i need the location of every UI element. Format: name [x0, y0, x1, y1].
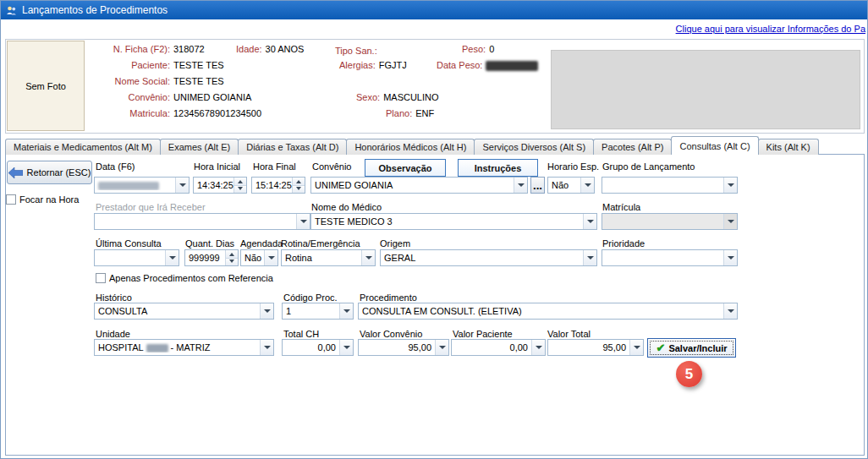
chevron-down-icon[interactable]: [260, 340, 273, 355]
horario-esp-select[interactable]: Não: [547, 177, 595, 194]
unidade-value: HOSPITAL- MATRIZ: [95, 342, 260, 352]
matricula-value: 12345678901234500: [173, 108, 261, 118]
prestador-select[interactable]: [94, 213, 310, 230]
historico-select[interactable]: CONSULTA: [94, 303, 274, 320]
back-arrow-icon: [8, 167, 23, 178]
focar-na-hora-checkbox[interactable]: Focar na Hora: [6, 194, 79, 205]
procedimento-select[interactable]: CONSULTA EM CONSULT. (ELETIVA): [358, 303, 738, 320]
chevron-down-icon[interactable]: [339, 303, 353, 319]
hora-final-spinner[interactable]: 15:14:25: [251, 177, 305, 194]
chevron-down-icon[interactable]: [514, 178, 527, 193]
nome-social-value: TESTE TES: [173, 76, 224, 86]
rotina-emergencia-select[interactable]: Rotina: [281, 249, 376, 266]
chevron-down-icon[interactable]: [583, 250, 596, 265]
spin-down-icon[interactable]: [233, 185, 246, 194]
chevron-down-icon[interactable]: [723, 178, 737, 193]
unidade-redacted-part: [146, 344, 168, 352]
prioridade-select[interactable]: [602, 249, 738, 266]
tab-consultas[interactable]: Consultas (Alt C): [671, 136, 758, 155]
alergias-value: FGJTJ: [379, 60, 407, 70]
rotina-emergencia-label: Rotina/Emergência: [281, 238, 360, 249]
tab-diarias-e-taxas[interactable]: Diárias e Taxas (Alt D): [238, 139, 347, 155]
data-f6-select[interactable]: [94, 177, 190, 194]
chevron-down-icon[interactable]: [260, 303, 273, 319]
historico-label: Histórico: [96, 292, 132, 303]
quant-dias-value: 999999: [185, 253, 225, 263]
chevron-down-icon[interactable]: [723, 303, 737, 319]
grupo-lancamento-label: Grupo de Lançamento: [602, 161, 695, 172]
unidade-select[interactable]: HOSPITAL- MATRIZ: [94, 339, 274, 356]
checkbox-box[interactable]: [6, 194, 16, 205]
observacao-button[interactable]: Observação: [365, 159, 446, 177]
spin-up-icon[interactable]: [233, 178, 246, 185]
tab-exames[interactable]: Exames (Alt E): [160, 139, 239, 155]
focar-label: Focar na Hora: [19, 194, 79, 205]
valor-paciente-select[interactable]: 0,00: [451, 339, 546, 356]
chevron-down-icon[interactable]: [580, 178, 594, 193]
spin-up-icon[interactable]: [292, 178, 305, 185]
spin-up-icon[interactable]: [225, 250, 238, 258]
patient-tipo-san: Tipo San.:: [335, 46, 381, 56]
hora-inicial-spinner[interactable]: 14:34:25: [193, 177, 247, 194]
hora-final-value: 15:14:25: [252, 180, 292, 190]
total-ch-select[interactable]: 0,00: [282, 339, 354, 356]
chevron-down-icon[interactable]: [435, 340, 448, 355]
salvar-incluir-button[interactable]: ✔ Salvar/Incluir: [647, 338, 736, 358]
valor-convenio-select[interactable]: 95,00: [358, 339, 449, 356]
tab-servicos-diversos[interactable]: Serviços Diversos (Alt S): [474, 139, 594, 155]
chevron-down-icon[interactable]: [296, 214, 310, 229]
agendada-select[interactable]: Não: [240, 249, 278, 266]
prestador-label: Prestador que Irá Receber: [96, 202, 206, 212]
tab-honorarios-medicos[interactable]: Honorários Médicos (Alt H): [346, 139, 475, 155]
patient-sexo: Sexo:MASCULINO: [356, 92, 439, 102]
chevron-down-icon[interactable]: [175, 178, 189, 193]
chevron-down-icon[interactable]: [339, 340, 353, 355]
patient-notes-panel: [551, 50, 860, 129]
retornar-button[interactable]: Retornar (ESC): [7, 161, 92, 184]
tab-label: Materiais e Medicamentos (Alt M): [14, 142, 152, 152]
convenio-browse-button[interactable]: ...: [530, 177, 545, 194]
nome-medico-select[interactable]: TESTE MEDICO 3: [310, 213, 597, 230]
patient-alergias: Alergias:FGJTJ: [339, 60, 407, 70]
chevron-down-icon[interactable]: [583, 214, 596, 229]
quant-dias-label: Quant. Dias: [185, 238, 234, 249]
apenas-referencia-checkbox[interactable]: Apenas Procedimentos com Referencia: [96, 273, 273, 283]
spinner-buttons: [233, 178, 246, 193]
tab-kits[interactable]: Kits (Alt K): [758, 139, 819, 155]
origem-select[interactable]: GERAL: [380, 249, 597, 266]
quant-dias-spinner[interactable]: 999999: [184, 249, 239, 266]
chevron-down-icon[interactable]: [629, 340, 643, 355]
spinner-buttons: [292, 178, 305, 193]
origem-value: GERAL: [381, 253, 583, 263]
chevron-down-icon[interactable]: [264, 250, 277, 265]
ultima-consulta-select[interactable]: [94, 249, 179, 266]
checkbox-box[interactable]: [96, 273, 106, 283]
patient-info-link[interactable]: Clique aqui para visualizar Informações …: [676, 24, 865, 34]
tab-materiais-e-medicamentos[interactable]: Materiais e Medicamentos (Alt M): [5, 139, 161, 155]
valor-total-select[interactable]: 95,00: [547, 339, 644, 356]
convenio-form-label: Convênio: [312, 161, 351, 172]
codigo-proc-select[interactable]: 1: [282, 303, 354, 320]
chevron-down-icon[interactable]: [723, 250, 737, 265]
codigo-proc-label: Código Proc.: [283, 292, 338, 303]
convenio-value: UNIMED GOIANIA: [173, 92, 251, 102]
ficha-label: N. Ficha (F2):: [90, 44, 170, 54]
tab-label: Pacotes (Alt P): [602, 142, 663, 152]
chevron-down-icon[interactable]: [165, 250, 179, 265]
nome-medico-value: TESTE MEDICO 3: [311, 216, 583, 227]
patient-data-peso: Data Peso:: [437, 60, 538, 71]
paciente-label: Paciente:: [90, 60, 170, 70]
convenio-select[interactable]: UNIMED GOIANIA: [310, 177, 528, 194]
sexo-label: Sexo:: [356, 92, 380, 102]
chevron-down-icon[interactable]: [531, 340, 545, 355]
procedimento-value: CONSULTA EM CONSULT. (ELETIVA): [359, 306, 723, 316]
ficha-value: 318072: [173, 44, 205, 54]
origem-label: Origem: [380, 238, 410, 249]
grupo-lancamento-select[interactable]: [602, 177, 738, 194]
spinner-buttons: [225, 250, 238, 265]
chevron-down-icon[interactable]: [361, 250, 375, 265]
spin-down-icon[interactable]: [292, 185, 305, 194]
tab-pacotes[interactable]: Pacotes (Alt P): [593, 139, 672, 155]
instrucoes-button[interactable]: Instruções: [458, 159, 538, 177]
spin-down-icon[interactable]: [225, 258, 238, 266]
